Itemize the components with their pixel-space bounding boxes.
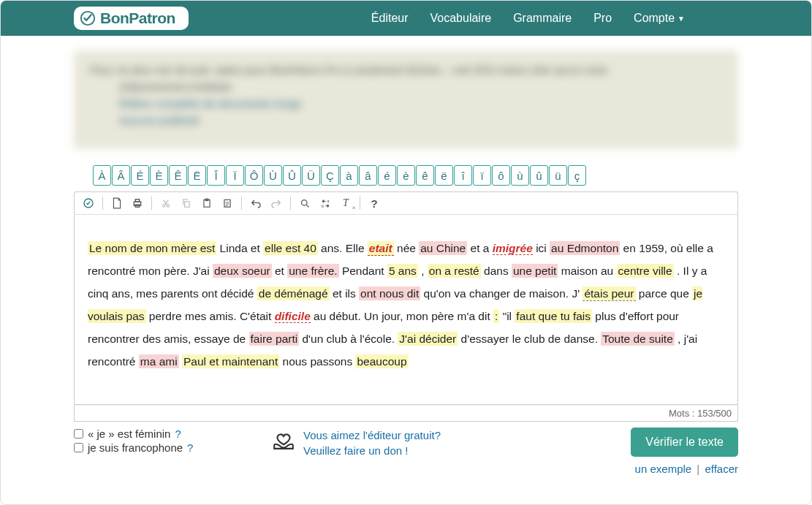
accent-button[interactable]: É [131, 165, 149, 186]
help-feminin[interactable]: ? [175, 428, 181, 440]
checkbox-feminin[interactable] [74, 429, 83, 438]
logo[interactable]: BonPatron [74, 7, 189, 30]
redo-icon[interactable] [270, 197, 283, 210]
accent-button[interactable]: À [93, 165, 111, 186]
label-feminin: « je » est féminin [88, 428, 170, 440]
donate-line-1[interactable]: Vous aimez l'éditeur gratuit? [303, 428, 441, 443]
plain-text: dans [481, 265, 512, 277]
brand-name: BonPatron [100, 10, 175, 27]
highlighted-text[interactable]: on a resté [428, 264, 481, 278]
accent-button[interactable]: ë [435, 165, 453, 186]
highlighted-text[interactable]: Paul et maintenant [182, 354, 279, 368]
accent-button[interactable]: à [340, 165, 358, 186]
highlighted-text[interactable]: elle est 40 [263, 241, 318, 255]
highlighted-text[interactable]: au Edmonton [550, 241, 620, 255]
verify-button[interactable]: Vérifier le texte [631, 428, 738, 457]
highlighted-text[interactable]: 5 ans [387, 264, 418, 278]
accent-button[interactable]: î [454, 165, 472, 186]
label-francophone: je suis francophone [88, 441, 183, 454]
accent-button[interactable]: ê [416, 165, 434, 186]
check-icon[interactable] [82, 197, 95, 210]
accent-button[interactable]: Ï [226, 165, 244, 186]
highlighted-text[interactable]: étais peur [583, 286, 635, 301]
accent-button[interactable]: â [359, 165, 377, 186]
accent-button[interactable]: ù [511, 165, 529, 186]
nav-vocabulaire[interactable]: Vocabulaire [430, 12, 492, 25]
nav-editeur[interactable]: Éditeur [371, 12, 409, 25]
highlighted-text[interactable]: beaucoup [355, 354, 408, 368]
plain-text: et ils [330, 287, 359, 300]
paste-text-icon[interactable] [221, 197, 234, 210]
separator: | [697, 463, 699, 475]
plain-text: ans. Elle [318, 242, 368, 254]
accent-button[interactable]: ç [568, 165, 586, 186]
highlighted-text[interactable]: au Chine [419, 241, 467, 255]
nav-grammaire[interactable]: Grammaire [513, 12, 572, 25]
svg-text:b: b [321, 204, 323, 208]
highlighted-text[interactable]: Toute de suite [601, 332, 675, 346]
accent-button[interactable]: È [150, 165, 168, 186]
clear-link[interactable]: effacer [705, 463, 738, 475]
accent-button[interactable]: ï [473, 165, 491, 186]
plain-text: au début. Un jour, mon père m'a dit [311, 310, 493, 322]
accent-button[interactable]: ü [549, 165, 567, 186]
accent-button[interactable]: Ë [188, 165, 206, 186]
donate-line-2[interactable]: Veuillez faire un don ! [303, 443, 441, 458]
highlighted-text[interactable]: J'ai décider [398, 332, 458, 346]
plain-text: perdre mes amis. C'était [146, 310, 275, 322]
copy-icon[interactable] [180, 197, 193, 210]
accent-button[interactable]: Ü [302, 165, 320, 186]
highlighted-text[interactable]: de déménagé [257, 286, 330, 300]
highlighted-text[interactable]: une frère. [287, 264, 338, 278]
highlighted-text[interactable]: ont nous dit [359, 286, 420, 300]
highlighted-text[interactable]: dificile [275, 310, 311, 323]
accent-button[interactable]: Ù [264, 165, 282, 186]
svg-rect-7 [185, 202, 189, 208]
example-link[interactable]: un exemple [635, 463, 692, 475]
highlighted-text[interactable]: centre ville [617, 264, 674, 278]
cut-icon[interactable] [159, 197, 172, 210]
highlighted-text[interactable]: deux soeur [213, 264, 272, 278]
highlighted-text[interactable]: une petit [512, 264, 558, 278]
accent-button[interactable]: é [378, 165, 396, 186]
highlighted-text[interactable]: ma ami [139, 354, 179, 368]
undo-icon[interactable] [249, 197, 262, 210]
nav-compte[interactable]: Compte ▼ [634, 12, 685, 25]
paste-icon[interactable] [200, 197, 213, 210]
accent-button[interactable]: Ç [321, 165, 339, 186]
notice-line-4: Aucune publicité [119, 114, 200, 126]
accent-button[interactable]: Â [112, 165, 130, 186]
checkbox-francophone[interactable] [74, 443, 83, 452]
new-doc-icon[interactable] [110, 197, 124, 210]
highlighted-text[interactable]: imigrée [493, 242, 533, 255]
navbar: BonPatron Éditeur Vocabulaire Grammaire … [1, 1, 811, 36]
editor-textarea[interactable]: Le nom de mon mère est Linda et elle est… [74, 215, 738, 405]
accent-button[interactable]: ô [492, 165, 510, 186]
accent-button[interactable]: Ô [245, 165, 263, 186]
word-count: Mots : 153/500 [74, 405, 738, 422]
help-francophone[interactable]: ? [187, 441, 193, 454]
help-icon[interactable]: ? [368, 197, 381, 210]
donate-section: Vous aimez l'éditeur gratuit? Veuillez f… [271, 428, 454, 458]
nav-links: Éditeur Vocabulaire Grammaire Pro Compte… [371, 12, 685, 25]
caret-down-icon: ▼ [678, 15, 685, 23]
accent-button[interactable]: Û [283, 165, 301, 186]
plain-text: ici [533, 242, 550, 254]
highlighted-text[interactable]: faire parti [249, 332, 300, 346]
highlighted-text[interactable]: Le nom de mon mère est [88, 241, 216, 255]
accent-button[interactable]: û [530, 165, 548, 186]
highlighted-text[interactable]: etait [368, 241, 394, 256]
replace-icon[interactable]: ab [319, 197, 332, 210]
print-icon[interactable] [131, 197, 144, 210]
accent-button[interactable]: Î [207, 165, 225, 186]
accent-button[interactable]: è [397, 165, 415, 186]
nav-pro[interactable]: Pro [593, 12, 612, 25]
check-circle-icon [80, 10, 96, 26]
svg-rect-3 [135, 200, 139, 202]
search-icon[interactable] [298, 197, 311, 210]
highlighted-text[interactable]: faut que tu fais [515, 309, 592, 323]
accent-button[interactable]: Ê [169, 165, 187, 186]
plain-text: Linda et [216, 242, 263, 254]
plain-text: "il [499, 310, 515, 322]
clear-format-icon[interactable]: T× [339, 197, 352, 210]
